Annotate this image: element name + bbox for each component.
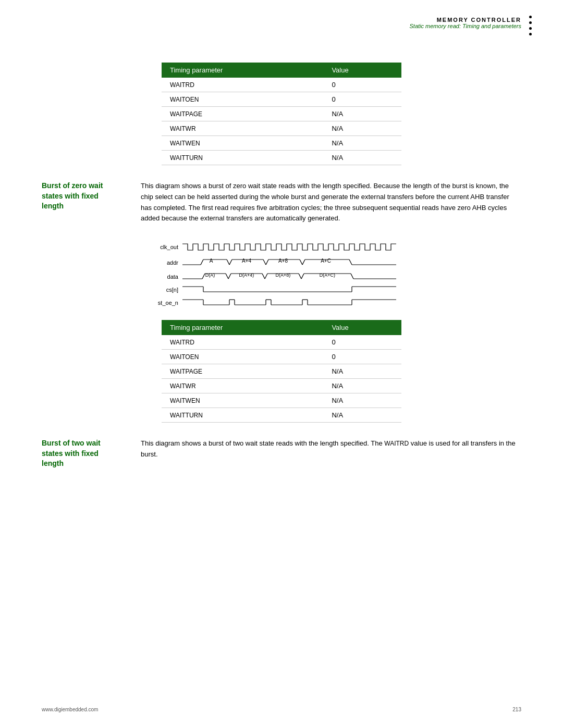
svg-text:A+8: A+8 — [278, 258, 288, 264]
timing-diagram-svg: clk_out addr — [151, 240, 412, 307]
table-row: WAITWRN/A — [162, 121, 401, 136]
svg-text:st_oe_n: st_oe_n — [158, 300, 178, 306]
dot-2 — [529, 21, 532, 24]
svg-line-25 — [228, 274, 231, 279]
table-row: WAITPAGEN/A — [162, 107, 401, 121]
svg-line-11 — [300, 260, 302, 265]
table-row: WAITRD0 — [162, 335, 401, 350]
table-row: WAITWRN/A — [162, 379, 401, 393]
svg-text:A+C: A+C — [321, 258, 331, 264]
svg-text:D(A+C): D(A+C) — [320, 273, 335, 278]
svg-line-28 — [265, 274, 267, 279]
svg-line-24 — [226, 274, 228, 279]
svg-line-8 — [263, 260, 266, 265]
table-row: WAITWENN/A — [162, 136, 401, 151]
chapter-title: MEMORY CONTROLLER — [410, 17, 521, 23]
decorative-dots — [529, 16, 532, 35]
svg-text:A+4: A+4 — [242, 258, 252, 264]
burst-zero-wait-label: Burst of zero wait states with fixed len… — [42, 181, 125, 224]
table-row: WAITTURNN/A — [162, 408, 401, 423]
svg-line-3 — [201, 260, 203, 265]
svg-text:A: A — [210, 258, 213, 264]
timing-table-1: Timing parameter Value WAITRD0WAITOEN0WA… — [162, 63, 401, 165]
svg-line-9 — [266, 260, 268, 265]
burst-zero-wait-section: Burst of zero wait states with fixed len… — [42, 181, 521, 224]
burst-two-wait-description: This diagram shows a burst of two wait s… — [141, 438, 521, 469]
page-footer: www.digiembedded.com 213 — [42, 707, 521, 712]
dot-1 — [529, 16, 532, 18]
table-row: WAITRD0 — [162, 78, 401, 92]
col-header-param-1: Timing parameter — [162, 63, 323, 78]
svg-line-33 — [351, 274, 353, 279]
svg-line-5 — [227, 260, 229, 265]
table-row: WAITWENN/A — [162, 393, 401, 408]
table-row: WAITPAGEN/A — [162, 364, 401, 379]
svg-text:cs[n]: cs[n] — [166, 287, 178, 293]
svg-text:D(A+4): D(A+4) — [239, 273, 254, 278]
table-row: WAITOEN0 — [162, 350, 401, 364]
svg-text:data: data — [167, 274, 179, 280]
svg-line-6 — [229, 260, 232, 265]
svg-line-14 — [349, 260, 352, 265]
footer-website: www.digiembedded.com — [42, 707, 98, 712]
svg-line-27 — [262, 274, 265, 279]
burst-zero-wait-description: This diagram shows a burst of zero wait … — [141, 181, 521, 224]
section-title: Static memory read: Timing and parameter… — [410, 23, 521, 29]
page-header: MEMORY CONTROLLER Static memory read: Ti… — [410, 17, 521, 29]
svg-line-30 — [299, 274, 301, 279]
svg-text:D(A+8): D(A+8) — [276, 273, 291, 278]
burst-two-wait-label: Burst of two wait states with fixed leng… — [42, 438, 125, 469]
timing-table-2: Timing parameter Value WAITRD0WAITOEN0WA… — [162, 320, 401, 423]
burst-two-wait-section: Burst of two wait states with fixed leng… — [42, 438, 521, 469]
col-header-value-1: Value — [323, 63, 401, 78]
col-header-param-2: Timing parameter — [162, 320, 323, 335]
svg-text:D(A): D(A) — [205, 273, 215, 278]
table-row: WAITOEN0 — [162, 92, 401, 107]
main-content: Timing parameter Value WAITRD0WAITOEN0WA… — [42, 63, 521, 469]
dot-3 — [529, 27, 532, 30]
table-row: WAITTURNN/A — [162, 151, 401, 165]
timing-diagram: clk_out addr — [151, 240, 412, 310]
svg-line-31 — [301, 274, 304, 279]
page: MEMORY CONTROLLER Static memory read: Ti… — [0, 0, 563, 728]
svg-line-22 — [202, 274, 205, 279]
svg-text:clk_out: clk_out — [160, 244, 178, 250]
svg-text:addr: addr — [167, 260, 178, 266]
svg-line-12 — [302, 260, 305, 265]
footer-page-number: 213 — [512, 707, 521, 712]
dot-4 — [529, 33, 532, 35]
col-header-value-2: Value — [323, 320, 401, 335]
